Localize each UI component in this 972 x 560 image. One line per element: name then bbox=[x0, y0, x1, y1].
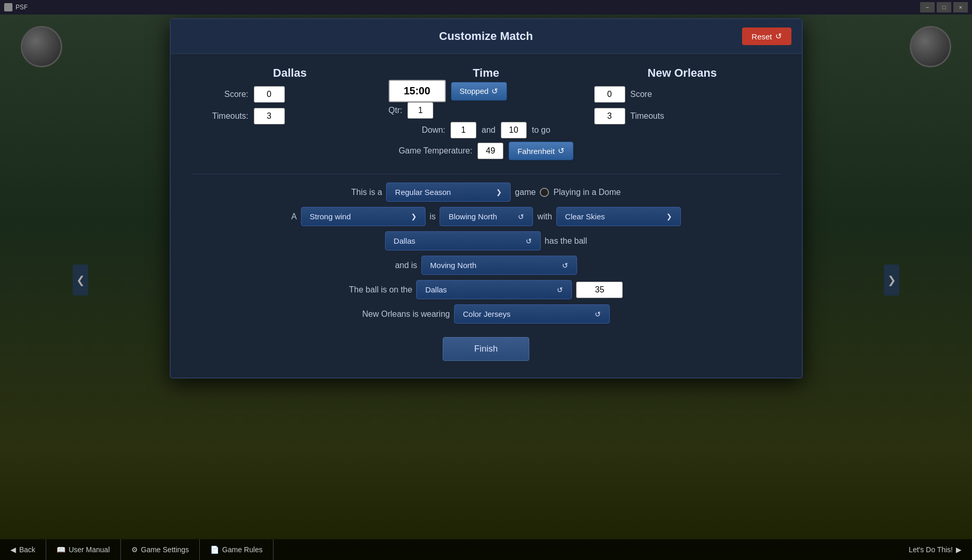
helmet-right bbox=[899, 21, 962, 73]
maximize-button[interactable]: □ bbox=[937, 2, 951, 12]
titlebar: PSF − □ × bbox=[0, 0, 972, 15]
ball-position-team-label: Dallas bbox=[425, 285, 447, 294]
wind-chevron-icon: ❯ bbox=[411, 213, 417, 220]
minimize-button[interactable]: − bbox=[920, 2, 935, 12]
jersey-type-label: Color Jerseys bbox=[463, 310, 511, 318]
finish-section: Finish bbox=[191, 329, 781, 365]
team-right-section: New Orleans Score Timeouts bbox=[584, 66, 781, 130]
this-is-a-text: This is a bbox=[351, 188, 382, 197]
modal-body: Dallas Score: Timeouts: Time Stopped bbox=[171, 54, 802, 377]
ball-position-row: The ball is on the Dallas ↺ bbox=[191, 280, 781, 299]
nav-arrow-left[interactable]: ❮ bbox=[73, 264, 88, 296]
and-text: and bbox=[482, 125, 496, 135]
yard-line-input[interactable] bbox=[576, 282, 623, 298]
customize-match-modal: Customize Match Reset ↺ Dallas Score: Ti… bbox=[170, 18, 803, 379]
neworleans-timeouts-input[interactable] bbox=[594, 108, 625, 124]
temp-label: Game Temperature: bbox=[399, 146, 472, 156]
ball-position-team-button[interactable]: Dallas ↺ bbox=[416, 280, 572, 299]
dallas-score-row: Score: bbox=[191, 86, 389, 103]
time-label: Time bbox=[389, 66, 584, 80]
time-input[interactable] bbox=[389, 80, 446, 102]
has-ball-text: has the ball bbox=[545, 236, 587, 246]
user-manual-label: User Manual bbox=[69, 545, 109, 554]
nav-arrow-right[interactable]: ❯ bbox=[884, 264, 899, 296]
sky-condition-button[interactable]: Clear Skies ❯ bbox=[556, 207, 681, 226]
moving-direction-button[interactable]: Moving North ↺ bbox=[421, 256, 577, 275]
qtr-input[interactable] bbox=[407, 102, 433, 119]
neworleans-score-input[interactable] bbox=[594, 86, 625, 103]
back-button[interactable]: ◀ Back bbox=[0, 539, 46, 560]
stopped-button[interactable]: Stopped ↺ bbox=[451, 82, 508, 101]
dome-radio-row: Playing in a Dome bbox=[540, 188, 621, 197]
down-label: Down: bbox=[422, 125, 445, 135]
finish-label: Finish bbox=[474, 344, 498, 354]
temp-row: Game Temperature: Fahrenheit ↺ bbox=[389, 142, 584, 160]
lets-do-this-button[interactable]: Let's Do This! ▶ bbox=[898, 539, 972, 560]
ball-position-team-icon: ↺ bbox=[557, 286, 563, 294]
ball-team-icon: ↺ bbox=[526, 237, 532, 245]
stopped-label: Stopped bbox=[460, 87, 489, 95]
wind-type-label: Strong wind bbox=[310, 212, 351, 221]
season-row: This is a Regular Season ❯ game Playing … bbox=[191, 183, 781, 202]
game-rules-button[interactable]: 📄 Game Rules bbox=[200, 539, 273, 560]
divider-1 bbox=[191, 174, 781, 174]
app-icon bbox=[4, 3, 12, 11]
dallas-score-label: Score: bbox=[191, 90, 254, 99]
modal-title: Customize Match bbox=[385, 30, 588, 43]
fahrenheit-icon: ↺ bbox=[558, 146, 565, 156]
ball-team-button[interactable]: Dallas ↺ bbox=[385, 231, 541, 250]
neworleans-score-label: Score bbox=[631, 90, 652, 99]
is-text: is bbox=[430, 212, 436, 221]
close-button[interactable]: × bbox=[953, 2, 968, 12]
fahrenheit-label: Fahrenheit bbox=[517, 147, 555, 156]
wind-direction-label: Blowing North bbox=[448, 212, 497, 221]
back-icon: ◀ bbox=[10, 545, 16, 554]
team-right-name: New Orleans bbox=[584, 66, 781, 80]
wearing-text: New Orleans is wearing bbox=[362, 310, 450, 319]
wind-direction-button[interactable]: Blowing North ↺ bbox=[440, 207, 533, 226]
app-title: PSF bbox=[16, 4, 28, 11]
dome-radio-button[interactable] bbox=[540, 188, 549, 197]
game-settings-label: Game Settings bbox=[141, 545, 189, 554]
wind-row: A Strong wind ❯ is Blowing North ↺ with … bbox=[191, 207, 781, 226]
helmet-left-icon bbox=[21, 26, 62, 67]
and-is-text: and is bbox=[395, 261, 417, 270]
window-controls: − □ × bbox=[920, 2, 968, 12]
game-text: game bbox=[515, 188, 536, 197]
moving-direction-icon: ↺ bbox=[562, 261, 568, 270]
game-settings-button[interactable]: ⚙ Game Settings bbox=[121, 539, 200, 560]
reset-button[interactable]: Reset ↺ bbox=[742, 27, 791, 45]
user-manual-button[interactable]: 📖 User Manual bbox=[46, 539, 120, 560]
bottom-bar: ◀ Back 📖 User Manual ⚙ Game Settings 📄 G… bbox=[0, 539, 972, 560]
back-label: Back bbox=[19, 545, 35, 554]
neworleans-timeouts-label: Timeouts bbox=[631, 111, 664, 121]
dallas-score-input[interactable] bbox=[254, 86, 285, 103]
game-rules-icon: 📄 bbox=[210, 545, 219, 554]
moving-direction-label: Moving North bbox=[430, 261, 476, 270]
jersey-type-button[interactable]: Color Jerseys ↺ bbox=[454, 304, 610, 324]
lets-do-this-label: Let's Do This! bbox=[909, 545, 953, 554]
dallas-timeouts-label: Timeouts: bbox=[191, 111, 254, 121]
dome-label: Playing in a Dome bbox=[553, 188, 621, 197]
down-row: Down: and to go bbox=[389, 122, 584, 138]
down-input[interactable] bbox=[450, 122, 476, 138]
with-text: with bbox=[537, 212, 552, 221]
user-manual-icon: 📖 bbox=[57, 545, 65, 554]
stopped-icon: ↺ bbox=[491, 87, 498, 96]
neworleans-timeouts-row: Timeouts bbox=[584, 108, 781, 124]
wind-type-button[interactable]: Strong wind ❯ bbox=[301, 207, 426, 226]
a-text: A bbox=[291, 212, 297, 221]
helmet-right-icon bbox=[910, 26, 951, 67]
reset-label: Reset bbox=[751, 32, 772, 41]
sky-chevron-icon: ❯ bbox=[666, 213, 672, 220]
ball-possession-row: Dallas ↺ has the ball bbox=[191, 231, 781, 250]
fahrenheit-button[interactable]: Fahrenheit ↺ bbox=[509, 142, 573, 160]
qtr-label: Qtr: bbox=[389, 106, 403, 115]
finish-button[interactable]: Finish bbox=[443, 337, 529, 361]
season-type-button[interactable]: Regular Season ❯ bbox=[386, 183, 511, 202]
temp-input[interactable] bbox=[477, 143, 503, 159]
lets-do-this-icon: ▶ bbox=[956, 545, 962, 554]
to-go-input[interactable] bbox=[501, 122, 527, 138]
to-go-text: to go bbox=[532, 125, 551, 135]
dallas-timeouts-input[interactable] bbox=[254, 108, 285, 124]
